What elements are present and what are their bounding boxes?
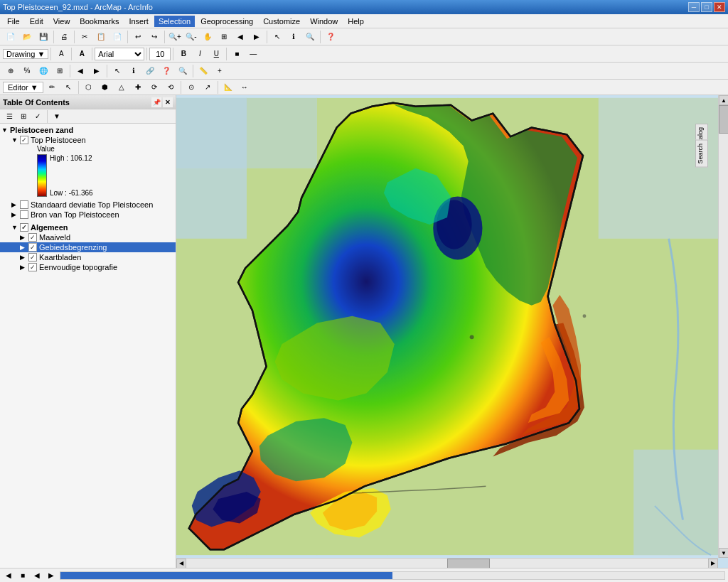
menu-geoprocessing[interactable]: Geoprocessing — [196, 16, 257, 27]
font-color-button[interactable]: A — [74, 47, 90, 61]
checkbox-topografie[interactable] — [28, 263, 37, 271]
status-btn2[interactable]: ■ — [17, 571, 28, 581]
editor-btn8[interactable]: ⟲ — [163, 80, 178, 95]
full-extent-button[interactable]: ⊞ — [216, 30, 232, 44]
scroll-thumb-vertical[interactable] — [719, 105, 728, 134]
editor-btn1[interactable]: ✏ — [44, 80, 60, 95]
info-button[interactable]: ℹ — [126, 64, 141, 78]
toc-pin-button[interactable]: 📌 — [151, 97, 161, 107]
editor-btn7[interactable]: ⟳ — [146, 80, 162, 95]
menu-edit[interactable]: Edit — [26, 16, 48, 27]
toc-icon-view[interactable]: ⊞ — [17, 111, 30, 122]
checkbox-gebiedsbegrenzing[interactable] — [28, 243, 37, 252]
fill-color-button[interactable]: ■ — [229, 47, 245, 61]
underline-button[interactable]: U — [208, 47, 224, 61]
menu-insert[interactable]: Insert — [124, 16, 153, 27]
editor-btn5[interactable]: △ — [114, 80, 129, 95]
save-button[interactable]: 💾 — [36, 30, 51, 44]
search2-button[interactable]: 🔍 — [175, 64, 191, 78]
toc-list-view[interactable]: ☰ — [3, 111, 16, 122]
menu-file[interactable]: File — [3, 16, 24, 27]
menu-window[interactable]: Window — [306, 16, 342, 27]
menu-view[interactable]: View — [49, 16, 75, 27]
copy-button[interactable]: 📋 — [93, 30, 109, 44]
editor-btn11[interactable]: 📐 — [220, 80, 236, 95]
toc-layer-maaiveld[interactable]: ▶ Maaiveld — [0, 232, 176, 242]
menu-selection[interactable]: Selection — [154, 16, 195, 27]
undo-button[interactable]: ↩ — [130, 30, 146, 44]
hyperlink-button[interactable]: 🔗 — [142, 64, 158, 78]
zoom-in-button[interactable]: 🔍+ — [167, 30, 183, 44]
identify-button[interactable]: ℹ — [286, 30, 301, 44]
search-tab[interactable]: Search — [695, 140, 708, 168]
zoom-percent-button[interactable]: % — [19, 64, 35, 78]
identify2-button[interactable]: ❓ — [159, 64, 174, 78]
font-name-select[interactable]: Arial Times New Roman Courier — [95, 48, 144, 60]
open-button[interactable]: 📂 — [19, 30, 35, 44]
editor-btn9[interactable]: ⊙ — [183, 80, 199, 95]
line-color-button[interactable]: — — [245, 47, 261, 61]
scroll-up-button[interactable]: ▲ — [719, 95, 728, 105]
checkbox-kaartbladen[interactable] — [28, 253, 37, 262]
zoom-fixed-button[interactable]: ⊕ — [3, 64, 18, 78]
font-size-input[interactable] — [149, 48, 171, 60]
bold-button[interactable]: B — [176, 47, 191, 61]
status-btn3[interactable]: ◀ — [31, 571, 43, 581]
map-area[interactable]: Catalog Search ▲ ▼ ◀ ▶ — [176, 95, 728, 568]
toc-layer-gebiedsbegrenzing[interactable]: ▶ Gebiedsbegrenzing — [0, 242, 176, 252]
status-btn4[interactable]: ▶ — [46, 571, 57, 581]
scroll-left-button[interactable]: ◀ — [176, 559, 186, 568]
toc-layer-bron[interactable]: ▶ Bron van Top Pleistoceen — [0, 210, 176, 220]
map-scrollbar-horizontal[interactable]: ◀ ▶ — [176, 558, 718, 568]
editor-label[interactable]: Editor ▼ — [3, 82, 43, 93]
checkbox-top-pleistoceen[interactable] — [20, 136, 28, 144]
toc-layer-kaartbladen[interactable]: ▶ Kaartbladen — [0, 252, 176, 262]
toc-select-view[interactable]: ✓ — [31, 111, 44, 122]
back-button[interactable]: ◀ — [73, 64, 88, 78]
toc-group-header-algemeen[interactable]: ▼ Algemeen — [0, 222, 176, 232]
print-button[interactable]: 🖨 — [56, 30, 72, 44]
toc-group-header-pleistoceen[interactable]: ▼ Pleistoceen zand — [0, 125, 176, 135]
map-scrollbar-vertical[interactable]: ▲ ▼ — [718, 95, 728, 558]
checkbox-algemeen[interactable] — [20, 223, 28, 232]
pan-button[interactable]: ✋ — [200, 30, 215, 44]
toc-options-button[interactable]: ▼ — [50, 111, 63, 122]
editor-btn6[interactable]: ✚ — [130, 80, 146, 95]
paste-button[interactable]: 📄 — [109, 30, 125, 44]
status-btn1[interactable]: ◀ — [3, 571, 14, 581]
new-button[interactable]: 📄 — [3, 30, 18, 44]
maximize-button[interactable]: □ — [701, 2, 712, 12]
drawing-label[interactable]: Drawing ▼ — [3, 49, 48, 59]
menu-help[interactable]: Help — [343, 16, 368, 27]
prev-extent-button[interactable]: ◀ — [232, 30, 248, 44]
checkbox-bron[interactable] — [20, 210, 28, 219]
scroll-right-button[interactable]: ▶ — [708, 559, 718, 568]
scroll-track-vertical[interactable] — [719, 105, 728, 548]
next-extent-button[interactable]: ▶ — [249, 30, 264, 44]
redo-button[interactable]: ↪ — [146, 30, 162, 44]
toc-layer-standaard[interactable]: ▶ Standaard deviatie Top Pleistoceen — [0, 200, 176, 210]
text-size-button[interactable]: A — [53, 47, 69, 61]
menu-bookmarks[interactable]: Bookmarks — [75, 16, 123, 27]
close-button[interactable]: ✕ — [714, 2, 725, 12]
editor-btn10[interactable]: ↗ — [200, 80, 215, 95]
toc-layer-topografie[interactable]: ▶ Eenvoudige topografie — [0, 262, 176, 272]
zoom-out-button[interactable]: 🔍- — [183, 30, 199, 44]
globe-button[interactable]: 🌐 — [36, 64, 51, 78]
editor-btn2[interactable]: ↖ — [60, 80, 76, 95]
toc-layer-top-pleistoceen[interactable]: ▼ Top Pleistoceen — [0, 135, 176, 145]
checkbox-maaiveld[interactable] — [28, 233, 37, 242]
italic-button[interactable]: I — [192, 47, 208, 61]
scroll-track-horizontal[interactable] — [186, 559, 708, 568]
forward-button[interactable]: ▶ — [89, 64, 105, 78]
toc-close-button[interactable]: ✕ — [163, 97, 173, 107]
add-data-button[interactable]: + — [212, 64, 228, 78]
menu-customize[interactable]: Customize — [259, 16, 304, 27]
extent-button[interactable]: ⊞ — [52, 64, 68, 78]
minimize-button[interactable]: ─ — [688, 2, 700, 12]
editor-btn3[interactable]: ⬡ — [81, 80, 97, 95]
select-button[interactable]: ↖ — [269, 30, 285, 44]
cut-button[interactable]: ✂ — [77, 30, 92, 44]
select-features-button[interactable]: ↖ — [109, 64, 125, 78]
editor-btn4[interactable]: ⬢ — [97, 80, 113, 95]
